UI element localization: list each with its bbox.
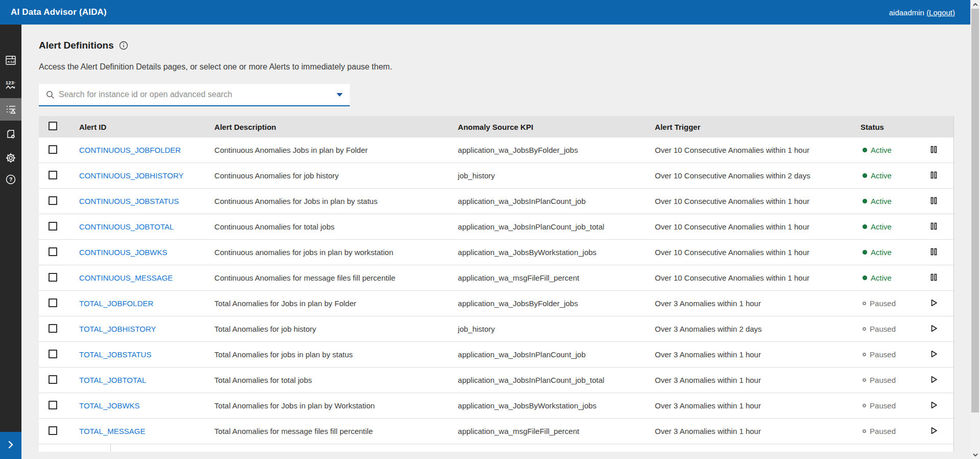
alert-id-link[interactable]: TOTAL_MESSAGE xyxy=(79,427,146,435)
alert-list-delta-icon xyxy=(6,105,16,114)
row-checkbox[interactable] xyxy=(49,171,57,179)
sidebar-item-settings[interactable] xyxy=(0,147,21,169)
status-dot-icon xyxy=(863,250,867,255)
row-checkbox[interactable] xyxy=(49,401,57,409)
column-header-trigger: Alert Trigger xyxy=(642,123,848,131)
page-subtitle: Access the Alert Definition Details page… xyxy=(39,62,970,72)
info-circle-icon[interactable] xyxy=(119,41,128,50)
anomaly-source-kpi: application_wa_JobsByFolder_jobs xyxy=(446,146,643,154)
logout-link[interactable]: (Logout) xyxy=(926,8,955,17)
status-label: Paused xyxy=(870,401,896,410)
alert-id-link[interactable]: CONTINUOUS_MESSAGE xyxy=(79,273,173,282)
table-row: CONTINUOUS_MESSAGE Continuous Anomalies … xyxy=(39,265,953,291)
scroll-down-arrow-icon[interactable] xyxy=(970,450,980,459)
dropdown-caret-icon[interactable] xyxy=(337,93,343,97)
row-checkbox[interactable] xyxy=(49,350,57,358)
alert-id-link[interactable]: CONTINUOUS_JOBFOLDER xyxy=(79,146,181,154)
row-checkbox[interactable] xyxy=(49,324,57,333)
select-all-checkbox[interactable] xyxy=(49,122,57,130)
kpi-123-trend-icon: 123· xyxy=(6,81,16,89)
row-checkbox[interactable] xyxy=(49,222,57,231)
play-button[interactable] xyxy=(930,325,938,332)
search-icon xyxy=(46,90,55,99)
table-row: CONTINUOUS_JOBWKS Continuous anomalies f… xyxy=(39,240,953,265)
sidebar: 123· xyxy=(0,25,21,459)
anomaly-source-kpi: job_history xyxy=(446,325,643,333)
alert-trigger: Over 10 Consecutive Anomalies within 2 d… xyxy=(642,171,848,180)
alert-id-link[interactable]: TOTAL_JOBWKS xyxy=(79,401,140,410)
play-button[interactable] xyxy=(930,401,938,409)
status-dot-icon xyxy=(863,353,866,356)
alert-trigger: Over 3 Anomalies within 1 hour xyxy=(642,427,848,435)
column-header-kpi: Anomaly Source KPI xyxy=(446,123,643,131)
table-row: CONTINUOUS_JOBTOTAL Continuous Anomalies… xyxy=(39,214,953,240)
pause-button[interactable] xyxy=(930,222,937,230)
table-row: TOTAL_JOBFOLDER Total Anomalies for Jobs… xyxy=(39,291,953,316)
alert-id-link[interactable]: CONTINUOUS_JOBTOTAL xyxy=(79,222,174,231)
play-button[interactable] xyxy=(930,350,938,358)
alert-id-link[interactable]: TOTAL_JOBTOTAL xyxy=(79,376,146,384)
alert-id-link[interactable]: TOTAL_JOBFOLDER xyxy=(79,299,153,308)
anomaly-source-kpi: application_wa_JobsInPlanCount_job xyxy=(446,197,643,205)
row-checkbox[interactable] xyxy=(49,196,57,205)
play-button[interactable] xyxy=(930,427,938,434)
play-button[interactable] xyxy=(930,299,938,307)
table-body: CONTINUOUS_JOBFOLDER Continuous Anomalie… xyxy=(39,137,953,444)
row-checkbox[interactable] xyxy=(49,426,57,435)
status-label: Paused xyxy=(870,427,896,435)
scrollbar-thumb[interactable] xyxy=(971,9,979,412)
play-button[interactable] xyxy=(930,376,938,383)
vertical-scrollbar[interactable] xyxy=(970,0,980,459)
row-checkbox[interactable] xyxy=(49,273,57,282)
scroll-up-arrow-icon[interactable] xyxy=(970,0,980,9)
gear-icon xyxy=(6,153,16,163)
sidebar-item-dashboard[interactable] xyxy=(0,49,21,72)
alert-trigger: Over 10 Consecutive Anomalies within 1 h… xyxy=(642,248,848,257)
alert-id-link[interactable]: TOTAL_JOBHISTORY xyxy=(79,325,156,333)
sidebar-item-alert-definitions[interactable] xyxy=(0,98,21,121)
status-badge: Paused xyxy=(863,299,896,308)
pause-button[interactable] xyxy=(930,248,937,256)
pause-button[interactable] xyxy=(930,197,937,204)
table-header-row: Alert ID Alert Description Anomaly Sourc… xyxy=(39,116,953,137)
pause-button[interactable] xyxy=(930,273,937,281)
status-dot-icon xyxy=(863,276,867,280)
row-checkbox[interactable] xyxy=(49,145,57,154)
anomaly-source-kpi: application_wa_JobsInPlanCount_job_total xyxy=(446,376,643,384)
alert-id-link[interactable]: CONTINUOUS_JOBWKS xyxy=(79,248,168,257)
anomaly-source-kpi: application_wa_msgFileFill_percent xyxy=(446,427,643,435)
anomaly-source-kpi: application_wa_JobsByWorkstation_jobs xyxy=(446,248,643,257)
alert-id-link[interactable]: CONTINUOUS_JOBSTATUS xyxy=(79,197,179,205)
pause-button[interactable] xyxy=(930,171,937,179)
anomaly-source-kpi: application_wa_msgFileFill_percent xyxy=(446,273,643,282)
status-dot-icon xyxy=(863,199,867,203)
sidebar-item-help[interactable]: ? xyxy=(0,168,21,191)
status-label: Active xyxy=(871,273,892,282)
status-dot-icon xyxy=(863,429,866,433)
table-row: TOTAL_JOBSTATUS Total Anomalies for jobs… xyxy=(39,342,953,368)
alert-description: Total Anomalies for total jobs xyxy=(202,376,446,384)
pause-button[interactable] xyxy=(930,146,937,153)
alert-trigger: Over 3 Anomalies within 2 days xyxy=(642,325,848,333)
anomaly-source-kpi: application_wa_JobsInPlanCount_job xyxy=(446,350,643,359)
anomaly-source-kpi: application_wa_JobsByFolder_jobs xyxy=(446,299,643,308)
sidebar-item-definition-settings[interactable] xyxy=(0,123,21,145)
row-checkbox[interactable] xyxy=(49,375,57,384)
alert-trigger: Over 3 Anomalies within 1 hour xyxy=(642,401,848,410)
search-input[interactable] xyxy=(59,90,333,99)
column-header-status: Status xyxy=(848,123,918,131)
sidebar-item-kpis[interactable]: 123· xyxy=(0,74,21,96)
sidebar-expand-button[interactable] xyxy=(0,432,21,459)
alert-id-link[interactable]: TOTAL_JOBSTATUS xyxy=(79,350,151,359)
row-checkbox[interactable] xyxy=(49,299,57,307)
status-label: Active xyxy=(871,248,892,257)
main-content: Alert Definitions Access the Alert Defin… xyxy=(21,25,970,459)
footer-divider xyxy=(110,444,111,452)
status-dot-icon xyxy=(863,173,867,178)
table-row: CONTINUOUS_JOBHISTORY Continuous Anomali… xyxy=(39,163,953,189)
row-checkbox[interactable] xyxy=(49,247,57,256)
board-gear-icon xyxy=(6,129,16,139)
alert-trigger: Over 3 Anomalies within 1 hour xyxy=(642,376,848,384)
alert-id-link[interactable]: CONTINUOUS_JOBHISTORY xyxy=(79,171,183,180)
status-dot-icon xyxy=(863,378,866,382)
